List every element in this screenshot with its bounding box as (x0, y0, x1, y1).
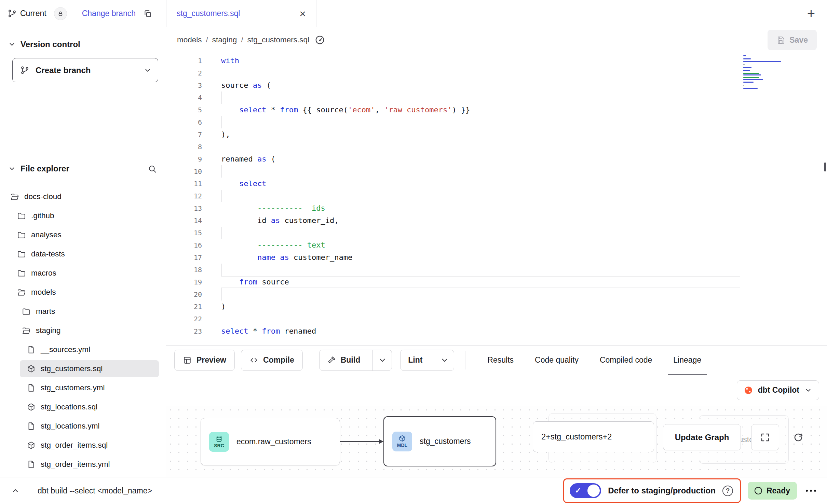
lineage-node-source[interactable]: SRC ecom.raw_customers (201, 418, 340, 465)
search-icon[interactable] (148, 164, 157, 173)
file-icon (27, 383, 36, 392)
file-name: stg_order_items.sql (41, 441, 108, 450)
code-line[interactable]: 3source as ( (166, 79, 827, 92)
lineage-node-stg-customers[interactable]: MDL stg_customers (383, 416, 496, 466)
file-tree-item[interactable]: models (0, 283, 166, 302)
code-line[interactable]: 13 ---------- ids (166, 202, 827, 214)
file-name: stg_customers.sql (41, 364, 103, 373)
tab-title: stg_customers.sql (177, 9, 299, 18)
file-tree-item[interactable]: docs-cloud (0, 187, 166, 206)
compile-button[interactable]: Compile (241, 350, 303, 371)
gauge-icon[interactable] (315, 35, 325, 45)
tab-stg-customers-sql[interactable]: stg_customers.sql × (166, 0, 316, 27)
file-tree-item[interactable]: staging (0, 321, 166, 340)
file-explorer-header[interactable]: File explorer (0, 159, 166, 178)
tab-code-quality[interactable]: Code quality (535, 346, 579, 375)
code-line[interactable]: 6 (166, 116, 827, 128)
code-icon (249, 356, 258, 365)
copy-icon[interactable] (143, 9, 152, 18)
build-main[interactable]: Build (320, 350, 368, 370)
file-tree-item[interactable]: stg_locations.sql (0, 397, 166, 417)
file-tree-item[interactable]: marts (0, 302, 166, 321)
code-line[interactable]: 14 id as customer_id, (166, 214, 827, 227)
code-line[interactable]: 4 (166, 92, 827, 104)
build-command-hint: dbt build --select <model_name> (38, 486, 152, 495)
file-tree-item[interactable]: .github (0, 206, 166, 225)
create-branch-dropdown[interactable] (137, 58, 158, 82)
code-lines: 1with23source as (45 select * from {{ so… (166, 55, 827, 337)
defer-toggle[interactable]: ✓ (570, 483, 601, 498)
file-name: macros (31, 269, 56, 278)
status-bar: dbt build --select <model_name> ✓ Defer … (0, 477, 827, 504)
preview-button[interactable]: Preview (174, 350, 235, 371)
lint-button[interactable]: Lint (400, 350, 454, 371)
code-line[interactable]: 7), (166, 128, 827, 141)
code-line[interactable]: 10 (166, 165, 827, 178)
file-tree-item[interactable]: stg_order_items.sql (0, 436, 166, 455)
code-line[interactable]: 1with (166, 55, 827, 67)
update-graph-button[interactable]: Update Graph (663, 424, 741, 450)
lineage-selector-input[interactable]: 2+stg_customers+2 (533, 421, 654, 452)
fullscreen-button[interactable] (751, 424, 779, 450)
code-line[interactable]: 17 name as customer_name (166, 251, 827, 264)
file-tree-item[interactable]: stg_customers.yml (0, 378, 166, 397)
folder-icon (17, 230, 26, 239)
file-tree-item[interactable]: __sources.yml (0, 340, 166, 359)
breadcrumb: models/staging/stg_customers.sql (177, 36, 309, 44)
file-tree-item[interactable]: data-tests (0, 244, 166, 264)
current-branch-label: Current (20, 9, 46, 18)
build-dropdown[interactable] (372, 350, 392, 370)
tab-lineage[interactable]: Lineage (673, 346, 701, 375)
tab-results[interactable]: Results (487, 346, 514, 375)
code-line[interactable]: 22 (166, 313, 827, 325)
code-line[interactable]: 2 (166, 67, 827, 79)
change-branch-link[interactable]: Change branch (82, 9, 136, 18)
compile-label: Compile (263, 355, 294, 365)
code-editor[interactable]: 1with23source as (45 select * from {{ so… (166, 53, 827, 345)
lint-main[interactable]: Lint (401, 350, 430, 370)
minimap[interactable] (743, 55, 784, 89)
file-tree-item[interactable]: analyses (0, 225, 166, 244)
code-line[interactable]: 23select * from renamed (166, 325, 827, 337)
code-line[interactable]: 20 (166, 288, 827, 300)
model-badge-icon: MDL (392, 432, 412, 451)
check-icon: ✓ (575, 486, 581, 495)
code-line[interactable]: 16 ---------- text (166, 239, 827, 251)
top-bar: Current Change branch stg_customers.sql … (0, 0, 827, 27)
file-tree-item[interactable]: stg_locations.yml (0, 417, 166, 436)
file-tree-item[interactable]: macros (0, 264, 166, 283)
build-button[interactable]: Build (319, 350, 392, 371)
version-control-header[interactable]: Version control (0, 35, 166, 54)
code-line[interactable]: 15 (166, 227, 827, 239)
code-line[interactable]: 8 (166, 141, 827, 153)
status-badge: Ready (748, 482, 797, 500)
chevron-up-icon[interactable] (10, 487, 21, 495)
table-icon (183, 356, 192, 365)
breadcrumb-part: stg_customers.sql (247, 36, 309, 44)
code-line[interactable]: 12 (166, 190, 827, 202)
more-options-button[interactable] (804, 486, 818, 495)
help-icon[interactable]: ? (722, 486, 733, 496)
code-line[interactable]: 11 select (166, 178, 827, 190)
lineage-graph[interactable]: MDL customers SEM customers (166, 406, 827, 477)
refresh-button[interactable] (786, 424, 811, 450)
close-icon[interactable]: × (299, 8, 306, 19)
lint-dropdown[interactable] (435, 350, 454, 370)
create-branch-main[interactable]: Create branch (13, 58, 137, 82)
code-line[interactable]: 19 from source (166, 276, 827, 288)
code-line[interactable]: 18 (166, 264, 827, 276)
code-line[interactable]: 5 select * from {{ source('ecom', 'raw_c… (166, 104, 827, 116)
dbt-copilot-button[interactable]: dbt Copilot (737, 380, 819, 400)
editor-scrollbar[interactable] (824, 163, 826, 171)
file-name: analyses (31, 230, 62, 239)
code-line[interactable]: 9renamed as ( (166, 153, 827, 165)
create-branch-button[interactable]: Create branch (12, 58, 158, 82)
file-tree-item[interactable]: stg_customers.sql (0, 359, 166, 378)
create-branch-label: Create branch (36, 66, 91, 75)
code-line[interactable]: 21) (166, 300, 827, 313)
new-tab-button[interactable]: + (795, 0, 827, 27)
tab-compiled-code[interactable]: Compiled code (600, 346, 652, 375)
save-button[interactable]: Save (768, 30, 817, 50)
file-tree-item[interactable]: stg_order_items.yml (0, 455, 166, 474)
file-name: data-tests (31, 250, 65, 258)
